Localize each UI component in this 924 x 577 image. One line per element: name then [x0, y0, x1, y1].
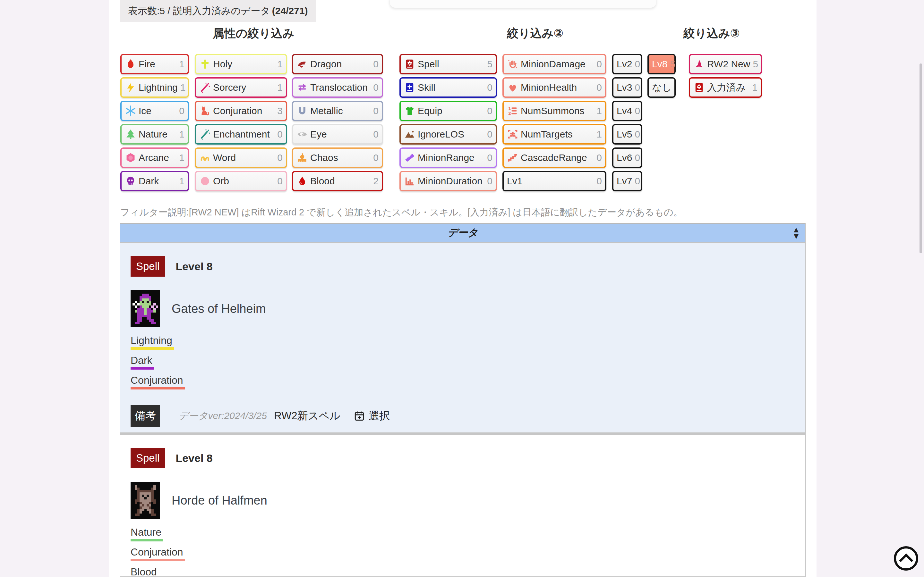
filter-count: 5: [667, 59, 675, 69]
tag-dark[interactable]: Dark: [131, 355, 154, 370]
ruler-icon: [404, 152, 415, 163]
nature-icon: [125, 129, 136, 140]
sorcery-icon: [199, 82, 211, 93]
filter-button-lv4[interactable]: Lv40: [612, 101, 642, 121]
filter-label: Skill: [418, 82, 435, 93]
card-name-row: Gates of Helheim: [131, 290, 805, 327]
filter-button-lightning[interactable]: Lightning1: [120, 77, 189, 98]
filter-button-holy[interactable]: Holy1: [195, 54, 287, 74]
filter-button-lv5[interactable]: Lv50: [612, 124, 642, 145]
filter-button-minionhealth[interactable]: MinionHealth0: [502, 77, 606, 98]
filter-button-equip[interactable]: Equip0: [399, 101, 497, 121]
filter-col-3: Dragon0Translocation0Metallic0Eye0Chaos0…: [292, 54, 383, 194]
filter-button-enchantment[interactable]: Enchantment0: [195, 124, 287, 145]
filter-count: 1: [750, 82, 758, 93]
skillbook-icon: [404, 82, 415, 93]
data-card: Spell Level 8 Gates of Helheim Lightning…: [120, 243, 805, 435]
filter-button-lv1[interactable]: Lv10: [502, 171, 606, 191]
filter-count: 0: [371, 105, 379, 116]
filter-button-dragon[interactable]: Dragon0: [292, 54, 383, 74]
metallic-icon: [296, 105, 308, 117]
tag-lightning[interactable]: Lightning: [131, 335, 174, 350]
filter-count: 3: [275, 105, 283, 116]
equip-icon: [404, 105, 415, 117]
filter-count: 0: [594, 176, 602, 187]
card-header-row: Spell Level 8: [131, 256, 805, 277]
filter-label: Fire: [139, 59, 155, 69]
data-card: Spell Level 8 Horde of Halfmen NatureCon…: [120, 435, 805, 576]
filter-button-numtargets[interactable]: NumTargets1: [502, 124, 606, 145]
sort-icon[interactable]: ▲ ▼: [792, 227, 800, 239]
filter-button-cascaderange[interactable]: CascadeRange0: [502, 147, 606, 168]
filter-button-miniondamage[interactable]: MinionDamage0: [502, 54, 606, 74]
filter-label: IgnoreLOS: [418, 129, 464, 140]
filter-button-jp[interactable]: なし: [648, 77, 676, 98]
filter-count: 1: [594, 129, 602, 140]
filter-label: なし: [652, 81, 672, 94]
filter-description: フィルター説明:[RW2 NEW] はRift Wizard 2 で新しく追加さ…: [120, 206, 683, 219]
filter-button-lv7[interactable]: Lv70: [612, 171, 642, 191]
filter-count: 1: [178, 82, 186, 93]
tag-blood[interactable]: Blood: [131, 566, 158, 577]
note-badge[interactable]: 備考: [131, 405, 160, 427]
filter-button-fire[interactable]: Fire1: [120, 54, 189, 74]
ice-icon: [125, 105, 136, 117]
filter-label: Dark: [139, 176, 159, 187]
filter-count: 2: [371, 176, 379, 187]
filter-button-rw2-new[interactable]: RW2 New5: [689, 54, 762, 74]
filter-button-orb[interactable]: Orb0: [195, 171, 287, 191]
filter-button-arcane[interactable]: Arcane1: [120, 147, 189, 168]
filter-button-sorcery[interactable]: Sorcery1: [195, 77, 287, 98]
filter-button-blood[interactable]: Blood2: [292, 171, 383, 191]
filter-button-jp[interactable]: 入力済み1: [689, 77, 762, 98]
lightning-icon: [125, 82, 136, 93]
scroll-to-top-button[interactable]: [894, 546, 918, 571]
tag-conjuration[interactable]: Conjuration: [131, 374, 185, 390]
filter-button-ignorelos[interactable]: IgnoreLOS0: [399, 124, 497, 145]
chart-icon: [404, 175, 415, 187]
filter-button-lv2[interactable]: Lv20: [612, 54, 642, 74]
tag-nature[interactable]: Nature: [131, 526, 163, 542]
svg-text:1: 1: [508, 106, 511, 111]
filter-button-skill[interactable]: Skill0: [399, 77, 497, 98]
heart-icon: [507, 82, 519, 93]
filter-button-lv3[interactable]: Lv30: [612, 77, 642, 98]
filter-label: Lightning: [139, 82, 178, 93]
filter-button-dark[interactable]: Dark1: [120, 171, 189, 191]
filter-button-word[interactable]: Word0: [195, 147, 287, 168]
filter-button-chaos[interactable]: Chaos0: [292, 147, 383, 168]
filter-count: 0: [485, 176, 493, 187]
filter-button-conjuration[interactable]: Conjuration3: [195, 101, 287, 121]
filter-button-translocation[interactable]: Translocation0: [292, 77, 383, 98]
spell-type-badge: Spell: [131, 448, 165, 468]
filter-count: 0: [275, 152, 283, 163]
filter-button-metallic[interactable]: Metallic0: [292, 101, 383, 121]
filter-button-numsummons[interactable]: 12NumSummons1: [502, 101, 606, 121]
filter-button-lv8[interactable]: Lv85: [648, 54, 676, 74]
filter-label: NumSummons: [521, 105, 584, 116]
table-header[interactable]: データ ▲ ▼: [120, 223, 805, 243]
spell-level: Level 8: [176, 260, 212, 273]
spellbook-icon: [404, 58, 415, 70]
filter-count: 0: [485, 105, 493, 116]
filter-count: 1: [176, 176, 184, 187]
filter-button-minionduration[interactable]: MinionDuration0: [399, 171, 497, 191]
scrollbar-thumb[interactable]: [919, 63, 922, 253]
filter-label: Dragon: [310, 59, 342, 69]
filter-button-minionrange[interactable]: MinionRange0: [399, 147, 497, 168]
filter-col-6: Lv20Lv30Lv40Lv50Lv60Lv70: [612, 54, 642, 194]
filter-label: Blood: [310, 176, 335, 187]
filter-button-ice[interactable]: Ice0: [120, 101, 189, 121]
filter-button-nature[interactable]: Nature1: [120, 124, 189, 145]
filter-button-lv6[interactable]: Lv60: [612, 147, 642, 168]
filter-label: Equip: [418, 105, 443, 116]
filter-count: 0: [371, 82, 379, 93]
filter-button-spell[interactable]: Spell5: [399, 54, 497, 74]
tag-conjuration[interactable]: Conjuration: [131, 546, 185, 561]
filter-label: Lv4: [617, 105, 632, 116]
filter-label: MinionRange: [418, 152, 475, 163]
eye-icon: [296, 129, 308, 140]
enchantment-icon: [199, 129, 211, 140]
select-button[interactable]: 選択: [353, 409, 390, 423]
filter-button-eye[interactable]: Eye0: [292, 124, 383, 145]
